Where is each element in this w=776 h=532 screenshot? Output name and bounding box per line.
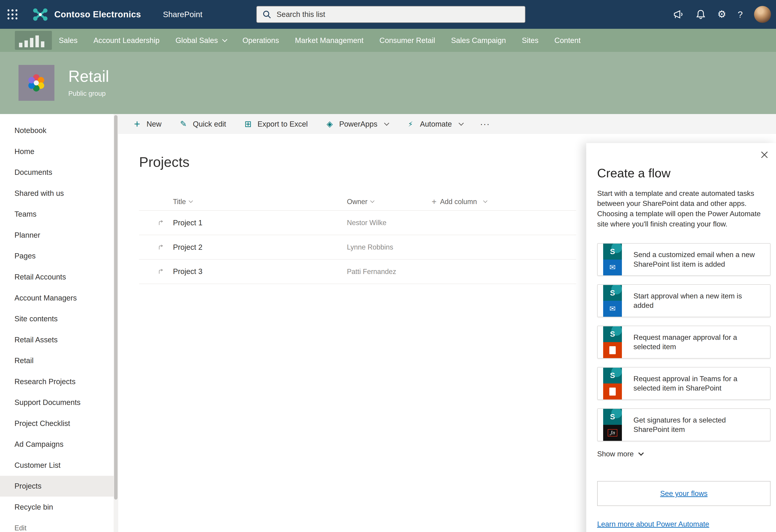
- command-overflow-button[interactable]: ···: [480, 119, 490, 129]
- sidebar-item-label: Documents: [14, 168, 52, 177]
- see-your-flows-link[interactable]: See your flows: [660, 489, 708, 498]
- sidebar-item-label: Ad Campaigns: [14, 440, 63, 449]
- help-icon[interactable]: ?: [738, 9, 743, 20]
- app-icon: [603, 425, 622, 441]
- search-input[interactable]: [275, 10, 519, 19]
- chevron-down-icon: [638, 450, 644, 456]
- command-bar-button[interactable]: Quick edit: [178, 120, 226, 128]
- command-bar-button[interactable]: Automate: [405, 120, 463, 128]
- flow-template-card[interactable]: Request approval in Teams for a selected…: [597, 367, 771, 400]
- hub-nav-item[interactable]: Global Sales: [175, 36, 226, 45]
- sidebar-item[interactable]: Shared with us: [0, 183, 114, 204]
- flow-template-text: Start approval when a new item is added: [627, 285, 770, 317]
- sidebar-item[interactable]: Retail: [0, 350, 114, 371]
- show-more-label: Show more: [597, 450, 634, 458]
- sidebar-item[interactable]: Customer List: [0, 455, 114, 476]
- sidebar-item[interactable]: Support Documents: [0, 392, 114, 413]
- show-more-button[interactable]: Show more: [597, 450, 643, 458]
- sidebar-item[interactable]: Retail Assets: [0, 329, 114, 350]
- command-icon: [132, 119, 142, 129]
- flow-template-card[interactable]: Get signatures for a selected SharePoint…: [597, 409, 771, 441]
- sidebar-item[interactable]: Pages: [0, 246, 114, 267]
- sidebar-item[interactable]: Account Managers: [0, 287, 114, 308]
- card-icon-stack: [598, 409, 628, 441]
- hub-nav-item[interactable]: Content: [554, 36, 581, 45]
- sidebar-item[interactable]: Research Projects: [0, 371, 114, 392]
- flow-template-card[interactable]: Request manager approval for a selected …: [597, 326, 771, 358]
- sidebar-item[interactable]: Recycle bin: [0, 497, 114, 518]
- hub-nav-item[interactable]: Sales: [59, 36, 77, 45]
- sidebar-item-label: Research Projects: [14, 377, 75, 386]
- hub-nav-item[interactable]: Consumer Retail: [380, 36, 435, 45]
- sidebar-item[interactable]: Project Checklist: [0, 413, 114, 434]
- sharepoint-app: Contoso Electronics SharePoint: [0, 0, 776, 532]
- scrollbar-thumb[interactable]: [114, 115, 118, 500]
- sidebar-item[interactable]: Ad Campaigns: [0, 434, 114, 455]
- column-title-label: Title: [173, 198, 186, 206]
- sidebar-item[interactable]: Notebook: [0, 120, 114, 141]
- account-avatar[interactable]: [754, 6, 771, 23]
- flow-template-card[interactable]: Start approval when a new item is added: [597, 284, 771, 317]
- sharepoint-icon: [603, 368, 622, 384]
- open-item-arrow-icon: [139, 269, 173, 274]
- table-row[interactable]: Project 2 Lynne Robbins: [139, 235, 576, 260]
- sidebar-item[interactable]: Projects: [0, 476, 114, 497]
- top-bar-actions: ⚙ ?: [673, 0, 771, 29]
- hub-nav-label: Content: [554, 36, 581, 45]
- flow-template-text: Send a customized email when a new Share…: [627, 244, 770, 276]
- learn-more-link[interactable]: Learn more about Power Automate: [597, 520, 709, 528]
- column-header-title[interactable]: Title: [173, 198, 347, 206]
- brand-name: Contoso Electronics: [54, 9, 141, 19]
- contoso-logo: [31, 7, 49, 22]
- sidebar-item-label: Account Managers: [14, 294, 77, 302]
- hub-nav-item[interactable]: Market Management: [295, 36, 364, 45]
- sidebar-item[interactable]: Home: [0, 141, 114, 162]
- gear-icon[interactable]: ⚙: [717, 9, 726, 19]
- sidebar-item[interactable]: Documents: [0, 162, 114, 183]
- row-owner-cell: Patti Fernandez: [347, 268, 432, 276]
- command-icon: [405, 121, 415, 128]
- hub-nav-item[interactable]: Operations: [242, 36, 279, 45]
- command-bar-button[interactable]: Export to Excel: [243, 120, 308, 128]
- command-bar: New Quick edit Export to Excel: [118, 114, 776, 134]
- command-label: Quick edit: [193, 120, 226, 128]
- sidebar-item[interactable]: Edit: [0, 518, 114, 532]
- sidebar: Notebook Home Documents Shared with us T…: [0, 114, 114, 532]
- hub-nav-item[interactable]: Sites: [522, 36, 539, 45]
- table-row[interactable]: Project 3 Patti Fernandez: [139, 260, 576, 284]
- app-icon: [603, 383, 622, 400]
- sidebar-item[interactable]: Planner: [0, 225, 114, 246]
- hub-nav-item[interactable]: Account Leadership: [93, 36, 160, 45]
- hub-nav-item[interactable]: Sales Campaign: [451, 36, 506, 45]
- app-icon: [603, 260, 622, 276]
- sharepoint-icon: [603, 285, 622, 301]
- command-label: PowerApps: [339, 120, 377, 128]
- open-item-arrow-icon: [139, 220, 173, 226]
- app-launcher-waffle-icon[interactable]: [8, 9, 18, 19]
- hub-logo-chart: [15, 31, 52, 50]
- close-icon[interactable]: [761, 151, 768, 159]
- plus-icon: +: [432, 198, 437, 206]
- megaphone-icon[interactable]: [673, 9, 684, 19]
- row-owner-cell: Nestor Wilke: [347, 219, 432, 227]
- command-bar-button[interactable]: New: [132, 119, 162, 129]
- command-bar-button[interactable]: PowerApps: [325, 120, 388, 128]
- sidebar-item-label: Edit: [14, 524, 26, 532]
- command-label: Export to Excel: [257, 120, 308, 128]
- command-icon: [243, 120, 253, 128]
- flow-template-card[interactable]: Send a customized email when a new Share…: [597, 243, 771, 276]
- site-title-block: Retail Public group: [68, 68, 109, 97]
- row-owner-cell: Lynne Robbins: [347, 243, 432, 251]
- hub-nav-label: Sites: [522, 36, 539, 45]
- add-column-button[interactable]: + Add column: [432, 198, 487, 206]
- column-header-owner[interactable]: Owner: [347, 198, 432, 206]
- hub-nav-list: Sales Account Leadership Global Sales Op…: [59, 36, 581, 45]
- bell-icon[interactable]: [696, 9, 706, 20]
- sidebar-item-label: Site contents: [14, 314, 58, 323]
- sidebar-scrollbar[interactable]: [114, 114, 118, 532]
- sidebar-item[interactable]: Site contents: [0, 308, 114, 329]
- search-box[interactable]: [256, 6, 526, 23]
- sidebar-item[interactable]: Teams: [0, 204, 114, 225]
- sidebar-item[interactable]: Retail Accounts: [0, 266, 114, 287]
- table-row[interactable]: Project 1 Nestor Wilke: [139, 211, 576, 235]
